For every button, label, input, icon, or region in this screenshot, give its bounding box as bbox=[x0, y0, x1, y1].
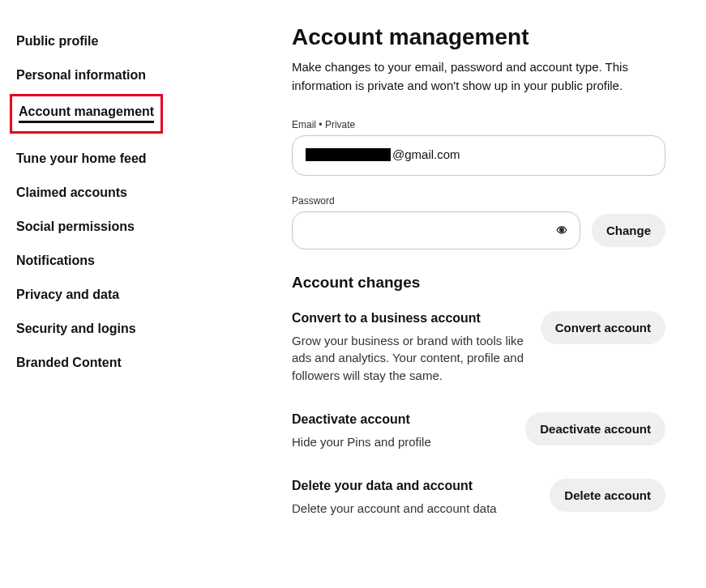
eye-icon[interactable] bbox=[556, 224, 567, 236]
sidebar-item-notifications[interactable]: Notifications bbox=[16, 244, 186, 278]
sidebar-item-privacy-data[interactable]: Privacy and data bbox=[16, 278, 186, 312]
convert-title: Convert to a business account bbox=[292, 311, 524, 326]
sidebar-item-security-logins[interactable]: Security and logins bbox=[16, 312, 186, 346]
email-suffix: @gmail.com bbox=[392, 147, 460, 161]
account-changes-heading: Account changes bbox=[292, 274, 665, 292]
sidebar-item-label: Account management bbox=[19, 104, 154, 123]
main-content: Account management Make changes to your … bbox=[203, 24, 690, 564]
email-label: Email • Private bbox=[292, 119, 665, 130]
delete-title: Delete your data and account bbox=[292, 479, 533, 493]
sidebar-item-social-permissions[interactable]: Social permissions bbox=[16, 210, 186, 244]
sidebar-item-personal-information[interactable]: Personal information bbox=[16, 58, 186, 92]
password-label: Password bbox=[292, 195, 665, 207]
change-password-button[interactable]: Change bbox=[592, 214, 665, 247]
page-title: Account management bbox=[292, 24, 665, 50]
deactivate-title: Deactivate account bbox=[292, 412, 509, 427]
delete-account-button[interactable]: Delete account bbox=[550, 479, 665, 512]
delete-desc: Delete your account and account data bbox=[292, 500, 533, 518]
sidebar-item-tune-home-feed[interactable]: Tune your home feed bbox=[16, 142, 186, 176]
sidebar-item-account-management[interactable]: Account management bbox=[10, 94, 163, 134]
page-subtitle: Make changes to your email, password and… bbox=[292, 58, 665, 95]
sidebar-item-public-profile[interactable]: Public profile bbox=[16, 24, 186, 58]
email-field[interactable]: @gmail.com bbox=[292, 135, 665, 176]
svg-point-0 bbox=[560, 228, 563, 232]
password-field[interactable] bbox=[292, 211, 580, 249]
convert-desc: Grow your business or brand with tools l… bbox=[292, 332, 524, 385]
email-redacted bbox=[306, 148, 391, 161]
deactivate-account-button[interactable]: Deactivate account bbox=[525, 412, 665, 445]
convert-account-button[interactable]: Convert account bbox=[541, 311, 665, 344]
sidebar-item-claimed-accounts[interactable]: Claimed accounts bbox=[16, 176, 186, 210]
settings-sidebar: Public profile Personal information Acco… bbox=[16, 24, 203, 564]
sidebar-item-branded-content[interactable]: Branded Content bbox=[16, 346, 186, 380]
deactivate-desc: Hide your Pins and profile bbox=[292, 433, 509, 451]
